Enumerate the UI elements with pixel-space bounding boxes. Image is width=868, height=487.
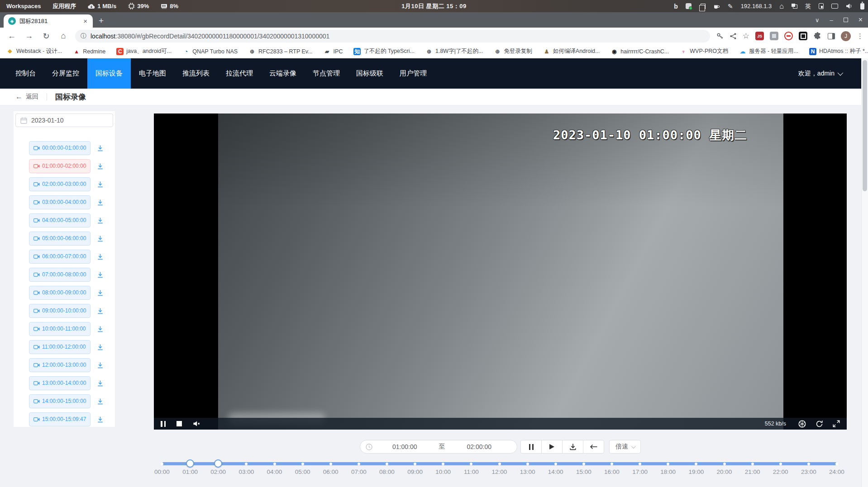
tray-b-icon[interactable]: b <box>674 3 678 9</box>
record-segment-button[interactable]: 05:00:00-06:00:00 <box>29 232 91 246</box>
timeline-stop-dot[interactable] <box>358 463 360 465</box>
timeline-track[interactable] <box>162 462 837 465</box>
record-download-button[interactable] <box>97 398 104 405</box>
refresh-icon[interactable] <box>816 420 823 428</box>
nav-item[interactable]: 国标级联 <box>348 58 391 89</box>
timeline-stop-dot[interactable] <box>442 463 444 465</box>
timeline-handle[interactable] <box>186 459 194 468</box>
bookmark-item[interactable]: ❖ Webstack - 设计... <box>6 47 62 55</box>
bookmark-item[interactable]: ◉ hairrrrr/C-CrashC... <box>610 48 669 55</box>
bookmark-item[interactable]: ⊕ 免登录复制 <box>494 47 532 55</box>
record-segment-button[interactable]: 08:00:00-09:00:00 <box>29 286 91 300</box>
record-segment-button[interactable]: 04:00:00-05:00:00 <box>29 213 91 227</box>
timeline-stop-dot[interactable] <box>386 463 388 465</box>
applications-button[interactable]: 应用程序 <box>52 2 76 10</box>
timeline-stop-dot[interactable] <box>610 463 613 465</box>
fullscreen-icon[interactable] <box>833 420 840 427</box>
user-menu[interactable]: 欢迎，admin <box>798 58 842 89</box>
coffee-cup-icon[interactable] <box>713 3 720 9</box>
forward-icon[interactable]: → <box>24 31 34 41</box>
bookmark-item[interactable]: C java、android可... <box>116 47 172 55</box>
record-download-button[interactable] <box>97 217 104 224</box>
snapshot-aperture-icon[interactable] <box>798 420 806 428</box>
record-segment-button[interactable]: 10:00:00-11:00:00 <box>29 322 91 336</box>
back-button[interactable]: ← 返回 <box>15 93 38 101</box>
home-icon[interactable]: ⌂ <box>779 3 784 10</box>
browser-menu-icon[interactable]: ⋮ <box>857 32 863 40</box>
timeline-stop-dot[interactable] <box>835 463 838 465</box>
timeline-stop-dot[interactable] <box>639 463 641 465</box>
record-download-button[interactable] <box>97 145 104 151</box>
record-segment-button[interactable]: 14:00:00-15:00:00 <box>29 394 91 408</box>
window-close-icon[interactable]: × <box>858 16 863 24</box>
bookmark-star-icon[interactable]: ☆ <box>743 31 749 41</box>
password-key-icon[interactable] <box>716 33 724 40</box>
bookmark-item[interactable]: ♟ 如何编译Android... <box>543 47 600 55</box>
tray-app-icon[interactable] <box>686 3 692 9</box>
download-button[interactable] <box>562 440 583 454</box>
pipette-icon[interactable]: ✎ <box>728 3 733 9</box>
pause-button[interactable] <box>520 440 542 454</box>
record-download-button[interactable] <box>97 271 104 278</box>
bookmark-item[interactable]: ♆ WVP-PRO文档 <box>680 47 728 55</box>
back-icon[interactable]: ← <box>6 31 17 41</box>
record-download-button[interactable] <box>97 181 104 188</box>
address-bar[interactable]: ⓘ localhost:38080/#/gbRecordDetail/34020… <box>75 30 710 43</box>
record-segment-button[interactable]: 12:00:00-13:00:00 <box>29 358 91 372</box>
bookmark-item[interactable]: ⊕ 1.8W字|了不起的... <box>425 47 483 55</box>
timeline-stop-dot[interactable] <box>301 463 304 465</box>
record-download-button[interactable] <box>97 235 104 242</box>
timeline-stop-dot[interactable] <box>807 463 810 465</box>
player-pause-icon[interactable] <box>161 421 166 427</box>
profile-avatar[interactable]: J <box>841 31 851 41</box>
nav-item[interactable]: 用户管理 <box>391 58 435 89</box>
bookmark-item[interactable]: ◔ QNAP Turbo NAS <box>182 48 238 55</box>
display-icon[interactable] <box>831 4 838 9</box>
record-download-button[interactable] <box>97 307 104 314</box>
extension-dark-icon[interactable] <box>799 32 807 40</box>
timeline-stop-dot[interactable] <box>751 463 754 465</box>
time-range-input[interactable]: 01:00:00 至 02:00:00 <box>360 440 517 454</box>
timeline-stop-dot[interactable] <box>470 463 472 465</box>
timeline-stop-dot[interactable] <box>723 463 726 465</box>
record-segment-button[interactable]: 13:00:00-14:00:00 <box>29 376 91 390</box>
nav-item[interactable]: 控制台 <box>7 58 44 89</box>
timeline-stop-dot[interactable] <box>554 463 557 465</box>
extension-gray-icon[interactable] <box>770 32 778 40</box>
nav-item[interactable]: 电子地图 <box>131 58 174 89</box>
bookmark-item[interactable]: ▰ IPC <box>324 48 343 55</box>
tab-close-icon[interactable]: × <box>82 17 88 25</box>
timeline-stop-dot[interactable] <box>667 463 669 465</box>
record-download-button[interactable] <box>97 344 104 350</box>
date-picker-input[interactable]: 2023-01-10 <box>15 113 113 127</box>
new-tab-button[interactable]: + <box>99 16 104 25</box>
window-maximize-icon[interactable] <box>844 18 848 22</box>
side-panel-icon[interactable] <box>828 33 835 39</box>
bookmark-item[interactable]: ▲ Redmine <box>73 48 105 55</box>
player-stop-icon[interactable] <box>176 421 182 426</box>
bookmark-item[interactable]: ⊕ RFC2833 – RTP Ev... <box>248 48 313 55</box>
battery-icon[interactable] <box>860 3 864 9</box>
phone-link-icon[interactable] <box>819 3 824 9</box>
record-download-button[interactable] <box>97 163 104 170</box>
browser-tab[interactable]: ◈ 国标28181 × <box>4 14 93 28</box>
share-icon[interactable] <box>730 33 737 40</box>
timeline-stop-dot[interactable] <box>273 463 276 465</box>
extensions-puzzle-icon[interactable] <box>813 32 822 40</box>
playback-speed-dropdown[interactable]: 倍速 <box>609 440 641 454</box>
reload-icon[interactable]: ↻ <box>41 31 52 41</box>
mute-icon[interactable] <box>193 421 200 427</box>
record-download-button[interactable] <box>97 326 104 332</box>
timeline-stop-dot[interactable] <box>245 463 248 465</box>
record-download-button[interactable] <box>97 199 104 206</box>
bookmark-item[interactable]: ☁ 服务器 - 轻量应用... <box>739 47 798 55</box>
record-segment-button[interactable]: 02:00:00-03:00:00 <box>29 177 91 191</box>
record-segment-button[interactable]: 01:00:00-02:00:00 <box>29 159 91 173</box>
record-download-button[interactable] <box>97 416 104 423</box>
timeline-stop-dot[interactable] <box>582 463 585 465</box>
tab-search-icon[interactable]: ∨ <box>815 17 820 24</box>
ip-address-indicator[interactable]: 192.168.1.3 <box>741 3 772 9</box>
record-segment-button[interactable]: 15:00:00-15:09:47 <box>29 412 91 426</box>
record-segment-button[interactable]: 07:00:00-08:00:00 <box>29 268 91 282</box>
record-download-button[interactable] <box>97 362 104 369</box>
